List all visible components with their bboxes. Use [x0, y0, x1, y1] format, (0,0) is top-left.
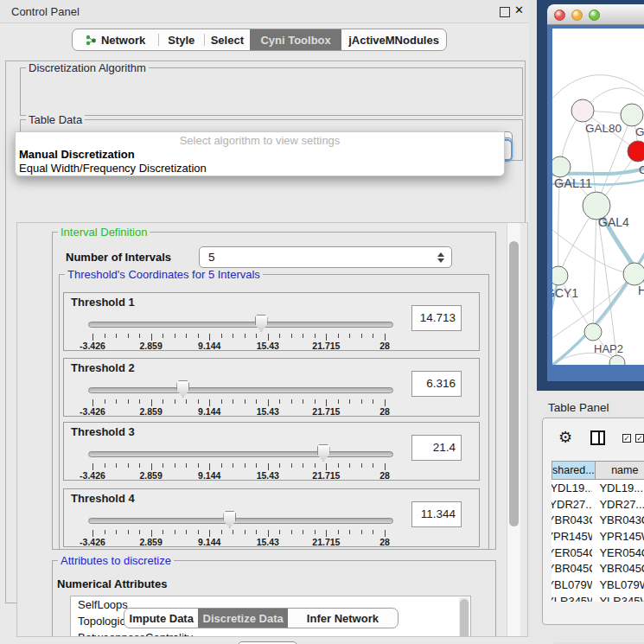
network-window-titlebar[interactable]	[547, 4, 644, 25]
table-cell[interactable]: YDR27...	[552, 496, 592, 513]
tab-infer-network[interactable]: Infer Network	[288, 609, 398, 628]
table-cell[interactable]: YBL079W	[592, 577, 644, 593]
table-row[interactable]: YBR043CYBR043C	[552, 512, 644, 528]
tick-mark	[268, 463, 269, 470]
table-cell[interactable]: YDR27...	[592, 496, 644, 513]
tick-mark	[373, 399, 373, 404]
table-cell[interactable]: YBR043C	[552, 512, 592, 528]
tick-mark	[116, 530, 117, 534]
network-node-gal11[interactable]	[552, 156, 571, 177]
tick-mark	[128, 399, 129, 404]
tab-label: Infer Network	[307, 612, 379, 625]
tick-mark	[105, 399, 105, 404]
tab-cyni-toolbox[interactable]: Cyni Toolbox	[250, 29, 341, 50]
table-cell[interactable]: YLR345W	[592, 593, 644, 602]
tab-discretize-data[interactable]: Discretize Data	[198, 609, 287, 628]
settings-scrollbar-thumb[interactable]	[509, 241, 519, 526]
tick-mark	[221, 463, 222, 468]
tick-mark	[349, 334, 350, 338]
tick-mark	[326, 463, 327, 470]
tab-select[interactable]: Select	[205, 29, 251, 50]
tick-mark	[92, 399, 93, 406]
tick-mark	[186, 334, 187, 338]
checkbox-icon[interactable]: ✓	[622, 434, 631, 443]
tick-mark	[175, 334, 175, 338]
tab-impute-data[interactable]: Impute Data	[124, 609, 198, 628]
column-header-1[interactable]: shared...	[552, 461, 595, 480]
settings-scrollbar[interactable]	[507, 223, 520, 636]
attributes-scrollbar-thumb[interactable]	[460, 599, 469, 637]
tick-mark	[303, 463, 303, 468]
threshold-slider-track[interactable]	[88, 451, 393, 457]
table-cell[interactable]: YLR345W	[552, 593, 592, 602]
tab-network[interactable]: Network	[73, 29, 158, 50]
column-header-2[interactable]: name	[595, 461, 644, 480]
threshold-slider-track[interactable]	[88, 387, 393, 393]
threshold-slider-track[interactable]	[88, 322, 393, 328]
tab-jactivemnodules[interactable]: jActiveMNodules	[341, 29, 446, 50]
threshold-value-field[interactable]: 6.316	[411, 371, 462, 397]
threshold-group-2: Threshold 2-3.4262.8599.14415.4321.71528…	[63, 358, 480, 417]
table-row[interactable]: YDL19...YDL19...	[552, 480, 644, 496]
tick-mark	[279, 334, 280, 338]
gear-icon[interactable]: ⚙	[558, 428, 572, 447]
threshold-slider-thumb[interactable]	[317, 444, 330, 462]
algorithm-option[interactable]: Equal Width/Frequency Discretization	[16, 162, 504, 175]
tick-mark	[105, 530, 105, 534]
attribute-item[interactable]: BetweennessCentrality	[71, 629, 470, 637]
tick-mark	[291, 334, 292, 338]
table-row[interactable]: YER054CYER054C	[552, 545, 644, 561]
threshold-slider-thumb[interactable]	[176, 380, 189, 398]
combo-stepper-icon	[437, 252, 444, 263]
checkbox-icon[interactable]: ✓	[635, 434, 644, 443]
threshold-value-field[interactable]: 21.4	[411, 435, 462, 461]
network-node-c[interactable]	[628, 141, 644, 162]
traffic-light-close-icon[interactable]	[554, 10, 565, 21]
tick-mark	[361, 463, 362, 468]
number-of-intervals-combobox[interactable]: 5	[199, 246, 452, 268]
float-icon[interactable]	[500, 7, 510, 17]
tick-mark	[279, 463, 280, 468]
table-cell[interactable]: YER054C	[592, 545, 644, 561]
network-node-gal80[interactable]	[571, 99, 594, 122]
table-cell[interactable]: YER054C	[552, 545, 592, 561]
tick-mark	[221, 334, 222, 338]
table-cell[interactable]: YDL19...	[592, 480, 644, 496]
network-canvas[interactable]: GAL80GACGAL11GAL4GCY1HHAP2	[552, 29, 644, 365]
algorithm-option[interactable]: Manual Discretization	[16, 148, 504, 162]
table-row[interactable]: YPR145WYPR145W	[552, 528, 644, 545]
table-cell[interactable]: YBR045C	[552, 560, 592, 577]
table-row[interactable]: YLR345WYLR345W	[552, 593, 644, 602]
table-cell[interactable]: YDL19...	[552, 480, 592, 496]
threshold-slider-thumb[interactable]	[255, 315, 268, 332]
threshold-slider-track[interactable]	[88, 518, 393, 524]
close-icon[interactable]: ✕	[514, 3, 524, 16]
network-node-gcy1[interactable]	[552, 266, 568, 285]
tab-style[interactable]: Style	[159, 29, 204, 50]
table-cell[interactable]: YBL079W	[552, 577, 592, 593]
network-node[interactable]	[609, 355, 625, 365]
table-row[interactable]: YDR27...YDR27...	[552, 496, 644, 513]
threshold-slider-thumb[interactable]	[223, 511, 236, 528]
traffic-light-minimize-icon[interactable]	[571, 10, 583, 21]
network-node-h[interactable]	[623, 263, 644, 285]
tick-label: 15.43	[257, 470, 279, 481]
network-node-hap2[interactable]	[584, 323, 602, 341]
threshold-value-field[interactable]: 14.713	[411, 305, 462, 331]
network-view-window[interactable]: GAL80GACGAL11GAL4GCY1HHAP2	[547, 4, 644, 381]
table-row[interactable]: YBL079WYBL079W	[552, 577, 644, 593]
tick-mark	[338, 463, 339, 468]
traffic-light-zoom-icon[interactable]	[589, 10, 600, 21]
network-node-ga[interactable]	[621, 104, 643, 126]
table-cell[interactable]: YPR145W	[592, 528, 644, 545]
columns-icon[interactable]	[590, 430, 605, 445]
table-cell[interactable]: YBR045C	[592, 560, 644, 577]
interval-definition-title: Interval Definition	[58, 226, 150, 239]
tick-label: 21.715	[312, 341, 340, 351]
tick-mark	[256, 463, 257, 468]
table-cell[interactable]: YBR043C	[592, 512, 644, 528]
attributes-scrollbar[interactable]	[459, 597, 469, 637]
threshold-value-field[interactable]: 11.344	[411, 501, 462, 527]
table-cell[interactable]: YPR145W	[552, 528, 592, 545]
table-row[interactable]: YBR045CYBR045C	[552, 560, 644, 577]
